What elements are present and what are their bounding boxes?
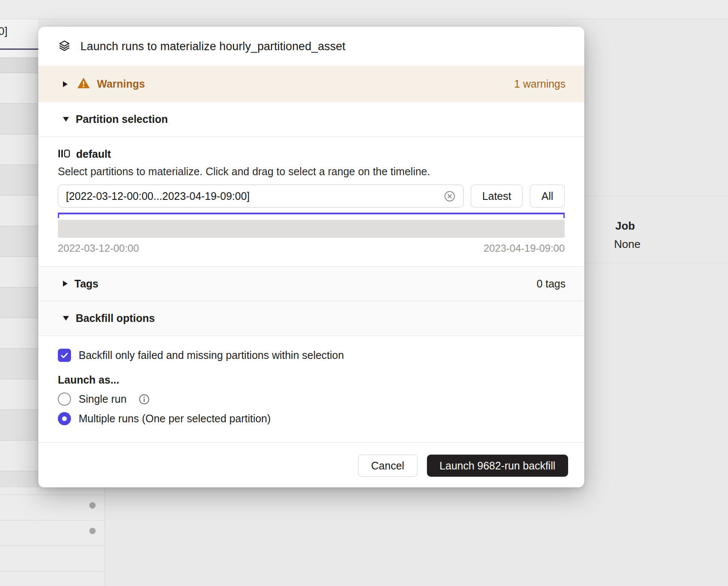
cancel-button[interactable]: Cancel	[358, 455, 418, 477]
background-job-column-value: None	[614, 238, 640, 251]
warnings-label: Warnings	[97, 78, 145, 90]
background-status-dot	[89, 502, 96, 509]
launch-as-label: Launch as...	[58, 374, 565, 386]
single-run-radio-row[interactable]: Single run	[58, 393, 565, 406]
timeline-selection-range	[58, 213, 565, 214]
checkbox-checked-icon[interactable]	[58, 349, 71, 362]
partition-timeline[interactable]	[58, 213, 565, 238]
backfill-options-content: Backfill only failed and missing partiti…	[38, 336, 584, 442]
background-row-line	[0, 546, 105, 546]
partition-range-input[interactable]: [2022-03-12-00:00...2023-04-19-09:00]	[58, 185, 464, 208]
checkbox-label: Backfill only failed and missing partiti…	[79, 349, 344, 361]
all-button[interactable]: All	[530, 185, 565, 208]
timeline-labels: 2022-03-12-00:00 2023-04-19-09:00	[58, 242, 565, 254]
background-row-line	[0, 571, 105, 572]
latest-button[interactable]: Latest	[471, 185, 523, 208]
timeline-partition-bar[interactable]	[58, 220, 565, 238]
launch-backfill-dialog: Launch runs to materialize hourly_partit…	[38, 27, 584, 487]
single-run-label: Single run	[79, 393, 127, 405]
background-row-line	[584, 263, 728, 263]
warnings-section-toggle[interactable]: Warnings 1 warnings	[38, 66, 584, 102]
background-top-band	[0, 0, 728, 19]
background-band	[0, 57, 38, 73]
dialog-title: Launch runs to materialize hourly_partit…	[80, 40, 345, 53]
chevron-right-icon	[63, 281, 68, 287]
chevron-down-icon	[63, 316, 69, 321]
tags-header: Tags	[74, 278, 99, 290]
partition-input-row: [2022-03-12-00:00...2023-04-19-09:00] La…	[58, 185, 565, 208]
backfill-options-toggle[interactable]: Backfill options	[38, 301, 584, 336]
partition-selection-header: Partition selection	[76, 113, 168, 125]
partition-dimension-name: default	[76, 148, 111, 160]
background-divider	[0, 48, 38, 50]
dialog-header: Launch runs to materialize hourly_partit…	[38, 27, 584, 66]
background-table-panel	[0, 487, 105, 586]
tags-section-toggle[interactable]: Tags 0 tags	[38, 266, 584, 301]
launch-backfill-button[interactable]: Launch 9682-run backfill	[427, 455, 568, 477]
partition-selection-description: Select partitions to materialize. Click …	[58, 165, 565, 178]
materialize-icon	[58, 39, 71, 54]
partition-dimension-row: default	[58, 148, 565, 160]
background-status-dot	[89, 528, 96, 534]
background-row-line	[0, 520, 105, 521]
dialog-footer: Cancel Launch 9682-run backfill	[38, 442, 584, 487]
info-icon[interactable]	[139, 394, 150, 405]
chevron-down-icon	[63, 117, 69, 122]
warning-icon	[77, 77, 90, 91]
background-table-rows	[0, 73, 38, 487]
partition-range-value: [2022-03-12-00:00...2023-04-19-09:00]	[66, 190, 444, 202]
backfill-options-header: Backfill options	[76, 312, 155, 324]
radio-unselected-icon[interactable]	[58, 393, 71, 406]
chevron-right-icon	[63, 81, 68, 87]
partition-icon	[58, 148, 70, 160]
tags-count: 0 tags	[537, 278, 566, 290]
timeline-start-label: 2022-03-12-00:00	[58, 242, 139, 254]
radio-selected-icon[interactable]	[58, 412, 71, 425]
warnings-count: 1 warnings	[514, 78, 566, 90]
multiple-runs-label: Multiple runs (One per selected partitio…	[79, 412, 271, 425]
background-job-column-header: Job	[615, 219, 635, 233]
background-row-line	[0, 495, 105, 495]
background-row-line	[584, 196, 728, 196]
background-text-fragment: 0]	[0, 25, 8, 38]
clear-input-icon[interactable]	[444, 191, 455, 202]
backfill-failed-missing-checkbox-row[interactable]: Backfill only failed and missing partiti…	[58, 349, 565, 362]
multiple-runs-radio-row[interactable]: Multiple runs (One per selected partitio…	[58, 412, 565, 425]
timeline-end-label: 2023-04-19-09:00	[483, 242, 565, 254]
partition-selection-toggle[interactable]: Partition selection	[38, 102, 584, 137]
partition-selection-content: default Select partitions to materialize…	[38, 137, 584, 266]
